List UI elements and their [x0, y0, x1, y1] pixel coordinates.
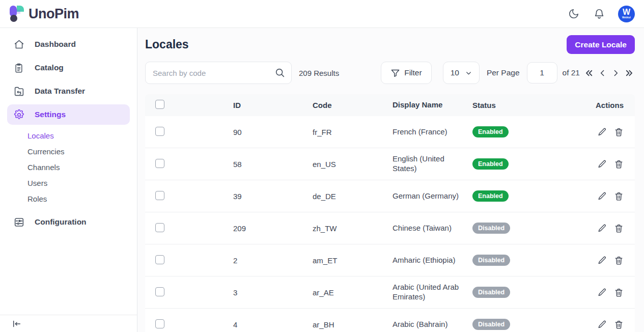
trash-icon [614, 224, 624, 233]
sidebar-item-settings[interactable]: Settings [7, 104, 130, 125]
previous-page-button[interactable] [596, 66, 608, 80]
delete-button[interactable] [614, 191, 624, 201]
unopim-logo: UnoPim [9, 5, 79, 23]
edit-button[interactable] [597, 127, 607, 137]
edit-button[interactable] [597, 320, 607, 329]
row-checkbox[interactable] [155, 319, 164, 328]
cell-code: de_DE [313, 192, 393, 201]
pencil-icon [597, 320, 607, 329]
delete-button[interactable] [614, 224, 624, 233]
dark-mode-toggle[interactable] [567, 7, 580, 20]
sidebar-item-dashboard[interactable]: Dashboard [7, 34, 130, 54]
cell-code: ar_AE [313, 288, 393, 297]
filter-button[interactable]: Filter [381, 62, 431, 84]
table-row: 58 en_US English (United States) Enabled [145, 148, 635, 180]
table-row: 2 am_ET Amharic (Ethiopia) Disabled [145, 244, 635, 276]
chevron-right-icon [611, 69, 620, 77]
page-title: Locales [145, 38, 189, 51]
row-checkbox[interactable] [155, 127, 164, 136]
notifications-button[interactable] [593, 7, 606, 20]
per-page-select[interactable]: 10 [443, 62, 480, 84]
sidebar-item-data-transfer[interactable]: Data Transfer [7, 81, 130, 101]
brand-name: UnoPim [29, 6, 79, 22]
delete-button[interactable] [614, 127, 624, 137]
status-badge: Enabled [472, 158, 509, 170]
pencil-icon [597, 127, 607, 137]
cell-display-name: French (France) [393, 127, 472, 137]
double-chevron-left-icon [584, 68, 594, 78]
cell-display-name: English (United States) [393, 154, 472, 174]
topbar: UnoPim W Webkul [0, 0, 644, 28]
status-badge: Disabled [472, 319, 510, 330]
column-header-status: Status [472, 101, 552, 109]
edit-button[interactable] [597, 256, 607, 265]
status-badge: Disabled [472, 255, 510, 266]
sidebar-footer [0, 315, 137, 332]
filter-icon [390, 68, 400, 78]
row-checkbox[interactable] [155, 287, 164, 296]
column-header-id: ID [233, 101, 313, 109]
delete-button[interactable] [614, 256, 624, 265]
chevron-left-icon [598, 69, 607, 77]
moon-icon [568, 8, 579, 19]
search-icon[interactable] [274, 67, 286, 80]
edit-button[interactable] [597, 159, 607, 169]
row-checkbox[interactable] [155, 159, 164, 168]
edit-button[interactable] [597, 224, 607, 233]
delete-button[interactable] [614, 320, 624, 329]
cell-display-name: Arabic (United Arab Emirates) [393, 283, 472, 302]
sidebar-item-label: Catalog [35, 63, 64, 72]
unopim-logo-icon [9, 5, 24, 23]
cell-display-name: Chinese (Taiwan) [393, 224, 472, 233]
next-page-button[interactable] [609, 66, 622, 80]
sidebar-collapse-button[interactable] [12, 320, 21, 328]
cell-code: en_US [313, 160, 393, 169]
catalog-icon [13, 62, 24, 73]
search-input[interactable] [145, 62, 292, 84]
results-count: 209 Results [299, 69, 339, 77]
sidebar-subitem-locales[interactable]: Locales [0, 128, 137, 144]
pencil-icon [597, 256, 607, 265]
cell-id: 2 [233, 256, 313, 265]
per-page-value: 10 [451, 68, 459, 77]
sidebar-subitem-currencies[interactable]: Currencies [0, 144, 137, 159]
user-avatar[interactable]: W Webkul [618, 6, 635, 22]
bell-icon [594, 8, 605, 19]
select-all-checkbox[interactable] [155, 100, 164, 109]
avatar-initial: W [623, 8, 630, 16]
sidebar-subitem-users[interactable]: Users [0, 175, 137, 191]
edit-button[interactable] [597, 288, 607, 297]
delete-button[interactable] [614, 288, 624, 297]
row-checkbox[interactable] [155, 255, 164, 264]
first-page-button[interactable] [583, 66, 595, 80]
sidebar-item-label: Configuration [35, 217, 87, 227]
pencil-icon [597, 159, 607, 169]
chevron-down-icon [465, 70, 472, 76]
sidebar-item-catalog[interactable]: Catalog [7, 58, 130, 78]
sidebar: Dashboard Catalog Data Transfer Settings… [0, 28, 137, 332]
row-checkbox[interactable] [155, 191, 164, 200]
row-checkbox[interactable] [155, 223, 164, 232]
cell-display-name: Amharic (Ethiopia) [393, 256, 472, 265]
home-icon [13, 39, 24, 50]
status-badge: Disabled [472, 287, 510, 298]
table-body: 90 fr_FR French (France) Enabled 58 en_U… [145, 116, 635, 332]
last-page-button[interactable] [623, 66, 635, 80]
sidebar-item-label: Dashboard [35, 40, 76, 49]
trash-icon [614, 256, 624, 265]
sidebar-item-configuration[interactable]: Configuration [7, 212, 130, 232]
sidebar-item-label: Settings [35, 110, 66, 119]
double-chevron-right-icon [624, 68, 634, 78]
create-locale-button[interactable]: Create Locale [567, 35, 635, 54]
page-number-input[interactable] [527, 62, 557, 84]
per-page-label: Per Page [487, 68, 520, 77]
trash-icon [614, 159, 624, 169]
status-badge: Enabled [472, 190, 509, 202]
edit-button[interactable] [597, 191, 607, 201]
sidebar-subitem-roles[interactable]: Roles [0, 191, 137, 207]
delete-button[interactable] [614, 159, 624, 169]
cell-id: 4 [233, 320, 313, 329]
cell-display-name: Arabic (Bahrain) [393, 320, 472, 329]
sidebar-subitem-channels[interactable]: Channels [0, 159, 137, 175]
cell-id: 39 [233, 192, 313, 201]
